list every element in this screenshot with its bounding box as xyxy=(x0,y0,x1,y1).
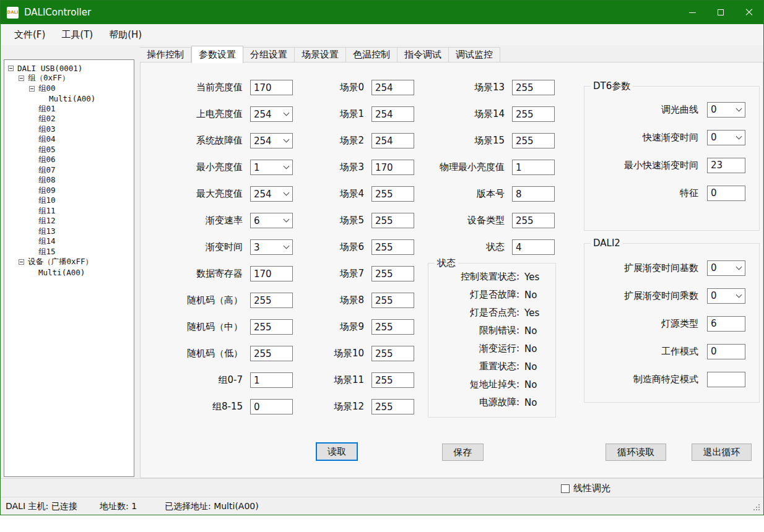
tree-collapse-icon[interactable] xyxy=(29,86,35,92)
field-input[interactable]: 1 xyxy=(512,160,555,175)
field-input[interactable]: 255 xyxy=(512,133,555,148)
field-input[interactable]: 255 xyxy=(371,293,414,308)
field-input[interactable]: 255 xyxy=(250,293,293,308)
combo-value: 0 xyxy=(711,290,717,301)
field-input[interactable]: 0 xyxy=(707,186,745,201)
field-input[interactable]: 255 xyxy=(371,372,414,388)
resize-grip[interactable] xyxy=(753,509,755,510)
tree-item[interactable]: 设备（广播0xFF） xyxy=(7,257,134,268)
field-combobox[interactable]: 0 xyxy=(707,102,745,118)
field-input[interactable]: 255 xyxy=(371,266,414,281)
field-combobox[interactable]: 6 xyxy=(250,213,293,228)
tab[interactable]: 操作控制 xyxy=(140,47,191,62)
field-input[interactable]: 255 xyxy=(512,80,555,95)
field-input[interactable]: 6 xyxy=(707,316,745,332)
status-value: Yes xyxy=(524,272,547,283)
field-combobox[interactable]: 0 xyxy=(707,130,745,145)
tree-item[interactable]: 组03 xyxy=(7,124,134,135)
field-input[interactable]: 255 xyxy=(371,239,414,255)
save-button[interactable]: 保存 xyxy=(442,444,484,461)
field-row: 设备类型 255 xyxy=(430,207,555,234)
tree-item[interactable]: 组12 xyxy=(7,217,134,227)
field-combobox[interactable]: 1 xyxy=(250,160,293,175)
field-combobox[interactable]: 254 xyxy=(250,186,293,202)
field-label: 场景5 xyxy=(339,215,364,226)
field-input[interactable]: 0 xyxy=(707,344,745,359)
tab[interactable]: 色温控制 xyxy=(346,47,397,62)
field-input[interactable]: 4 xyxy=(512,239,555,255)
field-combobox[interactable]: 254 xyxy=(250,133,293,148)
read-button[interactable]: 读取 xyxy=(316,442,358,461)
field-input[interactable]: 0 xyxy=(250,399,293,414)
tree-item[interactable]: 组08 xyxy=(7,176,134,186)
tree-expander-slot xyxy=(19,259,28,265)
close-button[interactable] xyxy=(735,1,763,24)
tree-item[interactable]: 组06 xyxy=(7,155,134,166)
linear-dimming-checkbox[interactable] xyxy=(561,484,570,493)
field-input[interactable]: 254 xyxy=(371,80,414,95)
field-input[interactable]: 254 xyxy=(371,106,414,122)
tree-item[interactable]: 组04 xyxy=(7,135,134,145)
field-input[interactable]: 255 xyxy=(371,399,414,414)
field-combobox[interactable]: 3 xyxy=(250,239,293,255)
field-label: 组0-7 xyxy=(219,374,243,386)
field-combobox[interactable]: 0 xyxy=(707,260,745,276)
menu-item[interactable]: 帮助(H) xyxy=(109,29,142,41)
tab[interactable]: 分组设置 xyxy=(243,47,295,62)
tab[interactable]: 调试监控 xyxy=(449,47,500,62)
chevron-down-icon xyxy=(284,190,290,196)
tree-item[interactable]: 组（0xFF） xyxy=(7,74,134,84)
tree-item[interactable]: 组07 xyxy=(7,165,134,176)
tab[interactable]: 场景设置 xyxy=(295,47,346,62)
field-input[interactable]: 255 xyxy=(512,213,555,228)
minimize-button[interactable] xyxy=(678,1,706,24)
tree-item[interactable]: 组00 xyxy=(7,84,134,94)
tab[interactable]: 指令调试 xyxy=(397,47,449,62)
field-input[interactable]: 255 xyxy=(371,213,414,228)
tree-item[interactable]: Multi(A00) xyxy=(7,267,134,278)
field-label: 场景6 xyxy=(339,241,364,253)
tree-collapse-icon[interactable] xyxy=(8,66,14,71)
maximize-button[interactable] xyxy=(706,1,735,24)
field-label: 调光曲线 xyxy=(661,104,698,116)
field-input[interactable]: 255 xyxy=(250,346,293,361)
tree-item[interactable]: 组15 xyxy=(7,247,134,257)
exit-loop-button[interactable]: 退出循环 xyxy=(692,444,752,461)
tree-item[interactable]: 组13 xyxy=(7,226,134,237)
field-input[interactable]: 170 xyxy=(371,160,414,175)
tree-item[interactable]: 组01 xyxy=(7,104,134,114)
field-input[interactable]: 170 xyxy=(250,266,293,281)
field-input[interactable]: 23 xyxy=(707,158,745,173)
field-input[interactable]: 1 xyxy=(250,372,293,388)
tree-item[interactable]: DALI USB(0001) xyxy=(7,63,134,74)
tree-collapse-icon[interactable] xyxy=(19,259,24,265)
tab[interactable]: 参数设置 xyxy=(191,46,243,63)
field-input[interactable]: 255 xyxy=(371,319,414,335)
tree-item-label: 组13 xyxy=(38,226,56,237)
tree-item[interactable]: 组05 xyxy=(7,145,134,155)
tree-item[interactable]: 组10 xyxy=(7,196,134,207)
tree-item[interactable]: 组11 xyxy=(7,206,134,217)
menu-item[interactable]: 工具(T) xyxy=(61,29,93,41)
field-input[interactable]: 255 xyxy=(250,319,293,335)
menu-item[interactable]: 文件(F) xyxy=(14,29,45,41)
status-label: 限制错误: xyxy=(432,325,519,337)
tree-item[interactable]: Multi(A00) xyxy=(7,94,134,105)
tree-item-label: Multi(A00) xyxy=(38,268,85,277)
linear-dimming-option: 线性调光 xyxy=(561,483,610,494)
field-input[interactable]: 255 xyxy=(371,186,414,202)
field-input[interactable]: 255 xyxy=(371,346,414,361)
field-input[interactable]: 8 xyxy=(512,186,555,202)
tree-item[interactable]: 组09 xyxy=(7,186,134,196)
field-combobox[interactable]: 0 xyxy=(707,288,745,304)
tree-item[interactable]: 组14 xyxy=(7,237,134,247)
field-input[interactable] xyxy=(707,372,745,387)
field-row: 渐变时间 3 xyxy=(149,234,293,260)
tree-item[interactable]: 组02 xyxy=(7,114,134,125)
field-input[interactable]: 255 xyxy=(512,106,555,122)
tree-collapse-icon[interactable] xyxy=(19,75,24,81)
field-combobox[interactable]: 254 xyxy=(250,106,293,122)
field-input[interactable]: 254 xyxy=(371,133,414,148)
field-input[interactable]: 170 xyxy=(250,80,293,95)
loop-read-button[interactable]: 循环读取 xyxy=(606,444,666,461)
